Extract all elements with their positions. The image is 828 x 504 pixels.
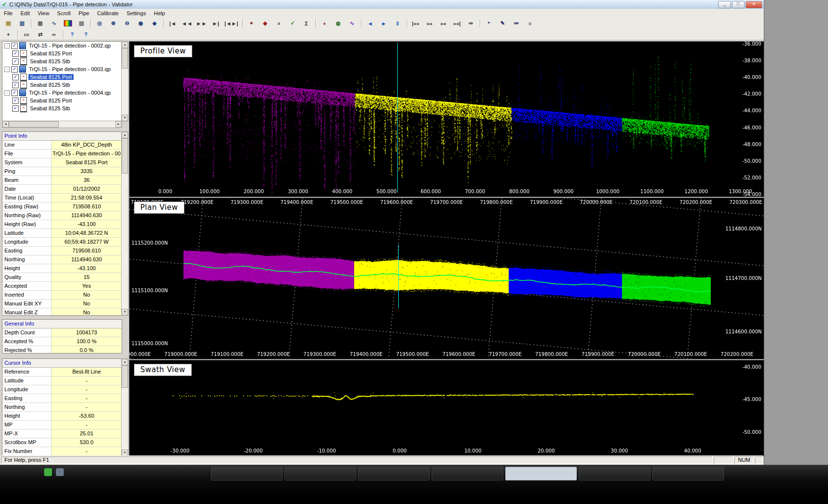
first-ping-button[interactable]: |◄ xyxy=(166,18,179,28)
swap-views-button[interactable]: ⇄ xyxy=(34,29,47,40)
tree-item[interactable]: -✓TrQI-15 - Pipe detection - 0004.qp xyxy=(2,89,122,97)
collapse-icon[interactable]: - xyxy=(4,90,10,96)
next-profile-button[interactable]: »» xyxy=(437,18,450,28)
tree-item[interactable]: ✓×Seabat 8125 Stb xyxy=(2,81,122,89)
help-button[interactable]: ? xyxy=(66,29,78,40)
tree-item[interactable]: ✓×Seabat 8125 Stb xyxy=(2,57,122,65)
checkbox[interactable]: ✓ xyxy=(12,105,19,112)
tree-item[interactable]: ✓×Seabat 8125 Port xyxy=(2,50,122,57)
title-bar[interactable]: ✓ C:\QINSy Data\TrQI-015 - Pipe detectio… xyxy=(0,0,764,9)
previous-profile-button[interactable]: «« xyxy=(423,18,436,28)
profile-canvas[interactable] xyxy=(129,42,764,197)
taskbar-button[interactable] xyxy=(652,467,724,480)
menu-pipe[interactable]: Pipe xyxy=(75,9,93,17)
play-forward-button[interactable]: ► xyxy=(378,18,390,28)
accept-points-button[interactable]: ✓ xyxy=(286,18,299,28)
zoom-out-button[interactable]: ⊖ xyxy=(121,18,133,28)
collapse-icon[interactable]: - xyxy=(4,43,10,49)
menu-view[interactable]: View xyxy=(34,9,53,17)
minimize-button[interactable]: _ xyxy=(718,1,731,8)
step-back-button[interactable]: ◄◄ xyxy=(180,18,194,28)
menu-scroll[interactable]: Scroll xyxy=(53,9,75,17)
menu-edit[interactable]: Edit xyxy=(17,9,34,17)
step-forward-button[interactable]: ►► xyxy=(195,18,208,28)
zoom-extents-button[interactable]: ◉ xyxy=(134,18,147,28)
menu-calibrate[interactable]: Calibrate xyxy=(93,9,123,17)
taskbar-button[interactable] xyxy=(358,467,430,480)
menu-help[interactable]: Help xyxy=(150,9,169,17)
scroll-up-icon[interactable]: ▲ xyxy=(122,42,128,48)
taskbar-button[interactable] xyxy=(505,467,577,480)
collapse-icon[interactable]: - xyxy=(4,67,10,72)
pan-button[interactable]: + xyxy=(2,29,15,40)
select-rectangle-button[interactable]: ▭ xyxy=(20,29,33,40)
reject-points-button[interactable]: × xyxy=(273,18,285,28)
scroll-right-icon[interactable]: ► xyxy=(115,121,122,127)
pin-view-button[interactable]: + xyxy=(318,18,331,28)
play-backward-button[interactable]: ◄ xyxy=(364,18,377,28)
checkbox[interactable]: ✓ xyxy=(12,98,19,104)
color-scale-button[interactable] xyxy=(61,18,74,28)
tree-item[interactable]: -✓TrQI-15 - Pipe detection - 0002.qp xyxy=(2,42,122,50)
maximize-button[interactable]: □ xyxy=(732,1,745,8)
scrollbar-thumb[interactable] xyxy=(122,48,128,69)
zoom-previous-button[interactable]: ◈ xyxy=(148,18,161,28)
checkbox[interactable]: ✓ xyxy=(12,58,19,65)
set-range-button[interactable]: |◄►| xyxy=(223,18,240,28)
auto-clean-button[interactable]: * xyxy=(483,18,495,28)
scrollbar-thumb[interactable] xyxy=(122,365,128,388)
checkbox[interactable]: ✓ xyxy=(11,43,18,49)
flag-point-button[interactable]: ◆ xyxy=(259,18,272,28)
edit-settings-button[interactable]: ✎ xyxy=(496,18,509,28)
scroll-down-icon[interactable]: ▼ xyxy=(122,115,128,121)
taskbar-button[interactable] xyxy=(579,467,650,480)
zoom-in-button[interactable]: ⊕ xyxy=(107,18,120,28)
scroll-down-icon[interactable]: ▼ xyxy=(122,309,128,315)
scrollbar-thumb[interactable] xyxy=(9,121,59,127)
tree-horizontal-scrollbar[interactable]: ◄ ► xyxy=(2,121,122,128)
pause-button[interactable]: ‖ xyxy=(391,18,404,28)
scroll-left-icon[interactable]: ◄ xyxy=(2,121,9,127)
link-views-button[interactable]: ∞ xyxy=(48,29,60,40)
taskbar-button[interactable] xyxy=(211,467,283,480)
checkbox[interactable]: ✓ xyxy=(11,90,18,96)
tree-vertical-scrollbar[interactable]: ▲ ▼ xyxy=(121,41,129,122)
draw-profile-button[interactable]: ∿ xyxy=(48,18,60,28)
last-ping-button[interactable]: ►| xyxy=(209,18,222,28)
scroll-up-icon[interactable]: ▲ xyxy=(122,132,128,138)
quick-launch-icon[interactable] xyxy=(56,468,64,476)
checkbox[interactable]: ✓ xyxy=(12,50,19,57)
save-button[interactable]: ▥ xyxy=(16,18,28,28)
tree-item[interactable]: ✓×Seabat 8125 Port xyxy=(2,97,122,104)
menu-settings[interactable]: Settings xyxy=(123,9,150,17)
tree-item[interactable]: -✓TrQI-15 - Pipe detection - 0003.qp xyxy=(2,65,122,73)
first-profile-button[interactable]: |«« xyxy=(410,18,422,28)
display-settings-button[interactable]: ≔ xyxy=(510,18,523,28)
open-button[interactable]: ▤ xyxy=(2,18,15,28)
spline-fit-button[interactable]: ∿ xyxy=(346,18,359,28)
context-help-button[interactable]: ? xyxy=(79,29,92,40)
taskbar-button[interactable] xyxy=(432,467,503,480)
edit-grid-button[interactable]: ▦ xyxy=(34,18,47,28)
checkbox[interactable]: ✓ xyxy=(11,66,18,73)
scrollbar-thumb[interactable] xyxy=(122,138,128,174)
shade-view-button[interactable]: ▧ xyxy=(75,18,88,28)
checkbox[interactable]: ✓ xyxy=(12,74,19,80)
goto-profile-button[interactable]: ⇒ xyxy=(465,18,477,28)
taskbar-button[interactable] xyxy=(285,467,356,480)
plan-canvas[interactable] xyxy=(129,198,764,359)
world-view-button[interactable]: ◍ xyxy=(332,18,345,28)
filter-button[interactable]: Σ xyxy=(300,18,313,28)
cursor-info-scrollbar[interactable]: ▲ ▼ xyxy=(121,358,129,456)
quick-launch-icon[interactable] xyxy=(44,468,52,476)
scroll-up-icon[interactable]: ▲ xyxy=(122,359,128,365)
zoom-window-button[interactable]: ◎ xyxy=(93,18,106,28)
swath-canvas[interactable] xyxy=(129,360,764,456)
tree-item[interactable]: ✓×Seabat 8125 Port xyxy=(2,73,122,81)
menu-file[interactable]: File xyxy=(0,9,17,17)
close-button[interactable]: × xyxy=(746,1,762,8)
last-profile-button[interactable]: »»| xyxy=(451,18,464,28)
checkbox[interactable]: ✓ xyxy=(12,82,19,88)
point-info-scrollbar[interactable]: ▲ ▼ xyxy=(121,131,129,316)
anchor-point-button[interactable]: ⌖ xyxy=(245,18,258,28)
